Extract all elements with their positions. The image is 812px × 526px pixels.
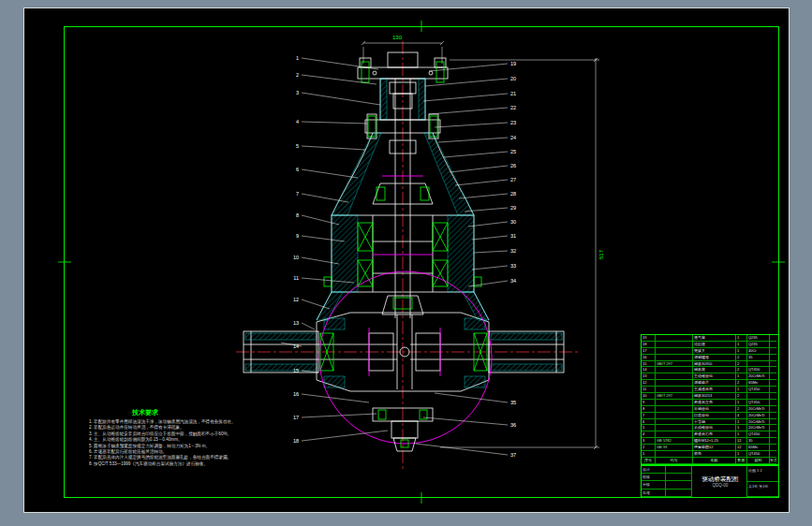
bom-cell: 10 <box>642 393 655 400</box>
bom-cell <box>655 406 692 413</box>
bom-cell: GB/T 297 <box>655 361 692 368</box>
bom-cell: 弹簧垫圈12 <box>692 445 735 451</box>
bom-cell: 从动锥齿轮 <box>692 425 735 431</box>
bom-cell <box>769 425 776 431</box>
bom-cell: 1 <box>735 419 746 426</box>
bom-cell <box>769 387 776 393</box>
bom-cell: 1 <box>735 400 746 406</box>
bom-cell: 6 <box>642 419 655 426</box>
bom-header-cell: 序号 <box>642 458 655 464</box>
bom-cell: QT450 <box>746 387 769 393</box>
bom-cell <box>769 355 776 361</box>
drawing-title: 驱动桥装配图 <box>702 475 739 483</box>
bom-cell: QT450 <box>746 451 769 458</box>
bom-cell: 20CrMnTi <box>746 425 769 431</box>
sign-value <box>666 466 692 474</box>
sign-label: 批准 <box>642 489 666 497</box>
sign-label: 校核 <box>642 474 666 481</box>
bom-cell <box>655 431 692 438</box>
bom-cell: 十字轴 <box>692 419 735 426</box>
bom-cell: 2 <box>735 361 746 368</box>
bom-cell: 35 <box>746 355 769 361</box>
bom-cell: 1 <box>735 451 746 458</box>
bom-cell <box>655 335 692 342</box>
bom-cell <box>769 335 776 342</box>
sign-label: 设计 <box>642 466 666 474</box>
bom-cell: GB 5782 <box>655 438 692 445</box>
bom-cell: 3 <box>642 438 655 445</box>
bom-cell: GB 93 <box>655 445 692 451</box>
title-block: 设计 校核 审核 批准 驱动桥装配图 QDQ-00 比例 1:2 共1张 第1张 <box>641 465 779 498</box>
bom-cell: 螺栓M12×1.25 <box>692 438 735 445</box>
note-line: 8. 按QC/T 533—1999《汽车驱动桥台架试验方法》进行验收。 <box>89 461 273 467</box>
bom-cell <box>655 400 692 406</box>
bom-cell: 突缘叉 <box>692 348 735 355</box>
sign-label: 审核 <box>642 481 666 489</box>
bom-cell: 主动锥齿轮 <box>692 373 735 380</box>
bom-cell: 1 <box>735 348 746 355</box>
bom-cell <box>769 406 776 413</box>
bom-cell <box>655 387 692 393</box>
title-block-info: 比例 1:2 共1张 第1张 <box>747 466 778 497</box>
bom-cell: 16 <box>642 355 655 361</box>
bom-cell: 2 <box>735 393 746 400</box>
bom-cell <box>769 367 776 373</box>
bom-cell <box>655 342 692 348</box>
bom-cell: 35 <box>746 438 769 445</box>
bom-cell: 1 <box>735 342 746 348</box>
bom-cell: 调整螺母 <box>692 355 735 361</box>
bom-cell <box>769 393 776 400</box>
bom-cell: 20CrMnTi <box>746 373 769 380</box>
bom-cell <box>655 367 692 373</box>
title-block-signatures: 设计 校核 审核 批准 <box>642 466 694 497</box>
bom-cell <box>769 451 776 458</box>
bom-cell: QT450 <box>746 400 769 406</box>
sign-value <box>666 481 692 489</box>
bom-cell: QT450 <box>746 431 769 438</box>
bom-cell: Q235 <box>746 342 769 348</box>
bom-cell: 轴承30213 <box>692 393 735 400</box>
bom-cell: QT450 <box>746 367 769 373</box>
bom-cell: 7 <box>642 413 655 419</box>
bom-cell: 通气塞 <box>692 335 735 342</box>
bom-cell <box>769 438 776 445</box>
bom-cell: 1 <box>735 425 746 431</box>
bom-cell: 11 <box>642 387 655 393</box>
bom-cell: 差速器右壳 <box>692 431 735 438</box>
bom-cell: 65Mn <box>746 445 769 451</box>
bom-cell: 1 <box>735 431 746 438</box>
bom-cell: 18 <box>642 342 655 348</box>
bom-cell: 差速器左壳 <box>692 400 735 406</box>
bom-cell <box>769 348 776 355</box>
bom-cell <box>655 348 692 355</box>
bom-cell <box>769 380 776 387</box>
bom-cell <box>769 413 776 419</box>
bom-cell <box>655 451 692 458</box>
bom-cell: 轴承座 <box>692 367 735 373</box>
bom-cell <box>769 445 776 451</box>
bom-cell: 12 <box>735 445 746 451</box>
bom-cell: 4 <box>642 431 655 438</box>
sign-value <box>666 489 692 497</box>
bom-cell: 1 <box>735 335 746 342</box>
bom-cell <box>769 400 776 406</box>
bom-cell <box>655 419 692 426</box>
bom-header-cell: 材料 <box>746 458 769 464</box>
technical-notes: 技术要求 1. 装配前所有零件用煤油清洗干净，滚动轴承用汽油清洗，不得有杂质存在… <box>89 408 273 467</box>
bom-cell: 1 <box>642 451 655 458</box>
bom-cell: 19 <box>642 335 655 342</box>
bom-cell <box>655 380 692 387</box>
bom-cell <box>746 361 769 368</box>
bom-cell: 20CrMnTi <box>746 406 769 413</box>
bom-cell: 8 <box>642 406 655 413</box>
bom-cell: 2 <box>735 380 746 387</box>
bom-cell <box>746 393 769 400</box>
bom-cell: 4 <box>735 413 746 419</box>
bom-header-cell: 名称 <box>692 458 735 464</box>
bom-cell <box>769 373 776 380</box>
bom-cell <box>769 431 776 438</box>
bom-cell <box>769 361 776 368</box>
bom-header-cell: 数量 <box>735 458 746 464</box>
sheet-count: 共1张 第1张 <box>747 482 778 498</box>
bom-cell: 20CrMnTi <box>746 413 769 419</box>
